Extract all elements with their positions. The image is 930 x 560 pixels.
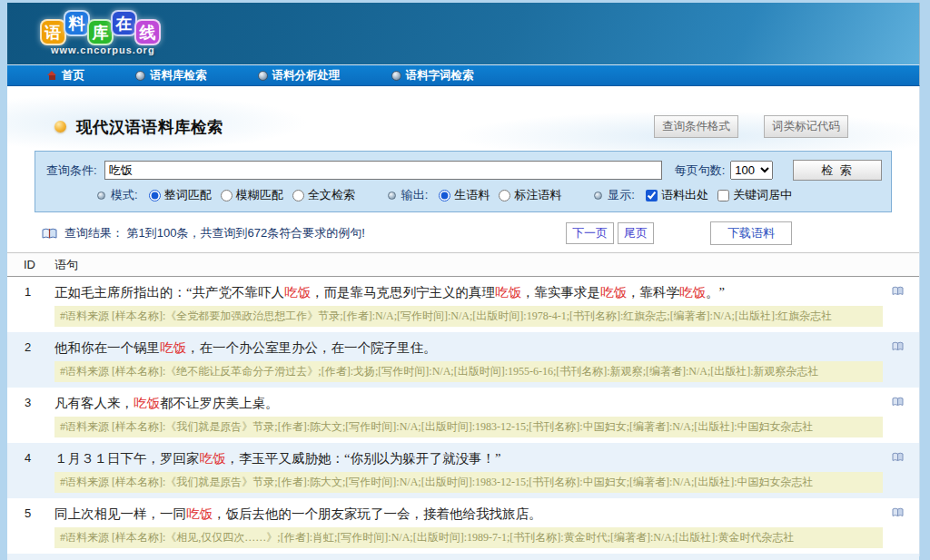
output-option[interactable]: 生语料 [439, 187, 490, 203]
home-icon [47, 71, 57, 80]
download-corpus-button[interactable]: 下载语料 [710, 221, 792, 245]
title-bullet-icon [54, 121, 66, 133]
sphere-bullet-icon [97, 192, 105, 200]
search-row: 查询条件: 每页句数: 100 检 索 [45, 160, 882, 181]
option-label: 整词匹配 [164, 187, 212, 203]
last-page-button[interactable]: 尾页 [618, 222, 654, 244]
row-sentence: 凡有客人来，吃饭都不让罗庆美上桌。 [54, 394, 883, 412]
nav-item-corpus-search[interactable]: 语料库检索 [123, 68, 220, 84]
query-input[interactable] [104, 161, 662, 180]
row-main: 正如毛主席所指出的：“共产党不靠吓人吃饭，而是靠马克思列宁主义的真理吃饭，靠实事… [54, 283, 892, 327]
logo-block: 在 [111, 10, 137, 36]
keyword-highlight: 吃饭 [200, 451, 226, 466]
row-sentence: １月３１日下午，罗回家吃饭，李玉平又威胁她：“你别以为躲开了就没事！” [54, 449, 883, 467]
column-header-id: ID [7, 258, 54, 271]
mode-radio[interactable] [149, 190, 161, 201]
sentence-text: 。” [706, 285, 725, 300]
sphere-icon [391, 71, 401, 81]
sphere-icon [135, 71, 145, 81]
mode-radio[interactable] [292, 190, 304, 201]
pager: 下一页 尾页 [566, 222, 654, 244]
results-bar: 查询结果： 第1到100条，共查询到672条符合要求的例句! 下一页 尾页 下载… [7, 212, 919, 253]
row-source: #语料来源 [样本名称]:《全党都要加强政治思想工作》节录;[作者]:N/A;[… [54, 306, 883, 327]
table-row: 1正如毛主席所指出的：“共产党不靠吓人吃饭，而是靠马克思列宁主义的真理吃饭，靠实… [7, 277, 919, 332]
row-main: 凡有客人来，吃饭都不让罗庆美上桌。#语料来源 [样本名称]:《我们就是原告》节录… [54, 394, 892, 437]
per-page-select[interactable]: 100 [730, 161, 772, 180]
option-group-mode: 模式:整词匹配模糊匹配全文检索 [97, 187, 364, 203]
mode-option[interactable]: 模糊匹配 [221, 187, 283, 203]
row-id: 5 [7, 505, 54, 548]
display-option[interactable]: 语料出处 [646, 187, 708, 203]
sentence-text: 同上次相见一样，一同 [54, 506, 186, 521]
row-main: 他和你在一个锅里吃饭，在一个办公室里办公，在一个院子里住。#语料来源 [样本名称… [54, 339, 892, 382]
query-format-button[interactable]: 查询条件格式 [654, 115, 738, 138]
display-checkbox[interactable] [646, 190, 658, 201]
search-button[interactable]: 检 索 [793, 160, 882, 181]
mode-radio[interactable] [221, 190, 232, 201]
results-table: 1正如毛主席所指出的：“共产党不靠吓人吃饭，而是靠马克思列宁主义的真理吃饭，靠实… [7, 277, 919, 560]
search-options-row: 模式:整词匹配模糊匹配全文检索输出:生语料标注语料显示:语料出处关键词居中 [45, 187, 882, 203]
pos-tag-codes-button[interactable]: 词类标记代码 [764, 115, 848, 138]
page-container: 语料库在线 www.cncorpus.org 首页语料库检索语料分析处理语料字词… [7, 0, 920, 557]
row-book-icon[interactable] [892, 339, 919, 382]
option-group-output: 输出:生语料标注语料 [388, 187, 571, 203]
output-radio[interactable] [439, 190, 450, 201]
next-page-button[interactable]: 下一页 [566, 222, 614, 244]
mode-option[interactable]: 全文检索 [292, 187, 355, 203]
row-main: １月３１日下午，罗回家吃饭，李玉平又威胁她：“你别以为躲开了就没事！”#语料来源… [54, 449, 892, 493]
nav-item-corpus-analysis[interactable]: 语料分析处理 [245, 68, 353, 84]
display-checkbox[interactable] [717, 190, 729, 201]
row-main: 同上次相见一样，一同吃饭，饭后去他的一个朋友家玩了一会，接着他给我找旅店。#语料… [54, 505, 892, 548]
row-id: 1 [7, 283, 54, 327]
output-option[interactable]: 标注语料 [499, 187, 561, 203]
main-nav: 首页语料库检索语料分析处理语料字词检索 [7, 64, 920, 86]
row-book-icon[interactable] [892, 283, 919, 327]
row-id: 2 [7, 339, 54, 382]
row-source: #语料来源 [样本名称]:《相见,仅仅四次……》;[作者]:肖虹;[写作时间]:… [54, 527, 883, 548]
sentence-text: ，靠实事求是 [521, 285, 600, 300]
sentence-text: ，李玉平又威胁她：“你别以为躲开了就没事！” [226, 451, 501, 466]
row-id: 4 [7, 449, 54, 493]
sphere-icon [258, 71, 268, 81]
output-radio[interactable] [499, 190, 510, 201]
nav-item-word-search[interactable]: 语料字词检索 [379, 68, 487, 84]
site-banner: 语料库在线 www.cncorpus.org [7, 3, 920, 64]
display-option[interactable]: 关键词居中 [717, 187, 792, 203]
row-id: 3 [7, 394, 54, 437]
nav-item-home[interactable]: 首页 [35, 68, 97, 84]
keyword-highlight: 吃饭 [160, 340, 186, 355]
display-label: 显示: [608, 187, 635, 203]
nav-item-label: 语料分析处理 [272, 68, 341, 84]
option-label: 语料出处 [661, 187, 708, 203]
output-label: 输出: [401, 187, 429, 203]
keyword-highlight: 吃饭 [134, 396, 160, 410]
sentence-text: 都不让罗庆美上桌。 [160, 396, 279, 410]
site-logo[interactable]: 语料库在线 www.cncorpus.org [40, 10, 158, 55]
option-label: 模糊匹配 [236, 187, 283, 203]
title-row: 现代汉语语料库检索 查询条件格式 词类标记代码 [7, 86, 919, 151]
logo-block: 料 [64, 10, 90, 36]
keyword-highlight: 吃饭 [495, 285, 521, 300]
row-book-icon[interactable] [892, 505, 919, 548]
header-buttons: 查询条件格式 词类标记代码 [654, 115, 892, 138]
option-group-display: 显示:语料出处关键词居中 [594, 187, 801, 203]
nav-item-label: 语料字词检索 [406, 68, 474, 84]
column-header-sentence: 语句 [54, 257, 919, 273]
option-label: 生语料 [454, 187, 490, 203]
row-sentence: 他和你在一个锅里吃饭，在一个办公室里办公，在一个院子里住。 [54, 339, 883, 357]
mode-option[interactable]: 整词匹配 [149, 187, 212, 203]
site-url: www.cncorpus.org [51, 44, 158, 55]
sentence-text: ，而是靠马克思列宁主义的真理 [311, 285, 495, 300]
main-content: 现代汉语语料库检索 查询条件格式 词类标记代码 查询条件: 每页句数: 100 … [7, 86, 920, 556]
row-book-icon[interactable] [892, 449, 919, 493]
page-title: 现代汉语语料库检索 [76, 116, 223, 138]
keyword-highlight: 吃饭 [600, 285, 627, 300]
per-page-label: 每页句数: [675, 162, 726, 179]
table-row: 2他和你在一个锅里吃饭，在一个办公室里办公，在一个院子里住。#语料来源 [样本名… [7, 332, 919, 388]
row-book-icon[interactable] [892, 394, 919, 437]
option-label: 标注语料 [514, 187, 561, 203]
row-source: #语料来源 [样本名称]:《绝不能让反革命分子滑过去》;[作者]:戈扬;[写作时… [54, 361, 883, 382]
row-source: #语料来源 [样本名称]:《我们就是原告》节录;[作者]:陈大文;[写作时间]:… [54, 472, 883, 493]
logo-block: 语 [40, 19, 66, 45]
sentence-text: 正如毛主席所指出的：“共产党不靠吓人 [54, 285, 284, 300]
